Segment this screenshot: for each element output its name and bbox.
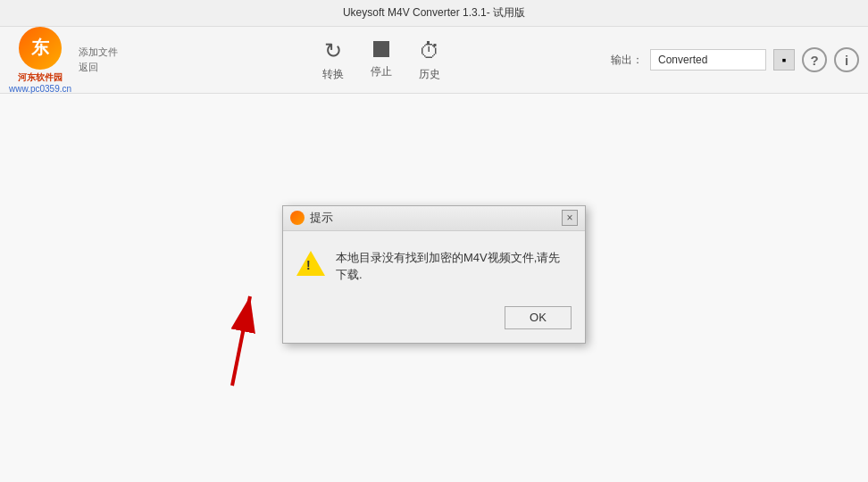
info-button[interactable]: i — [834, 47, 859, 72]
warning-icon — [296, 251, 325, 279]
output-label: 输出： — [611, 53, 643, 68]
dialog-body: 本地目录没有找到加密的M4V视频文件,请先下载. — [283, 231, 585, 302]
output-path-input[interactable] — [650, 49, 766, 71]
folder-browse-button[interactable]: ▪ — [773, 49, 795, 71]
add-file-nav[interactable]: 添加文件 — [79, 46, 118, 59]
main-content: 提示 × 本地目录没有找到加密的M4V视频文件,请先下载. OK — [0, 94, 868, 482]
history-icon: ⏱ — [419, 38, 440, 63]
dialog-title: 提示 — [310, 210, 333, 226]
help-button[interactable]: ? — [802, 47, 827, 72]
info-icon: i — [845, 53, 848, 68]
watermark-url: www.pc0359.cn — [9, 84, 71, 94]
app-title: Ukeysoft M4V Converter 1.3.1- 试用版 — [343, 5, 525, 21]
ok-button[interactable]: OK — [505, 306, 572, 329]
browse-nav[interactable]: 返回 — [79, 61, 118, 74]
alert-dialog: 提示 × 本地目录没有找到加密的M4V视频文件,请先下载. OK — [282, 205, 586, 344]
toolbar-right: 输出： ▪ ? i — [611, 47, 859, 72]
watermark-site: 河东软件园 — [18, 71, 63, 84]
dialog-footer: OK — [283, 302, 585, 343]
convert-button[interactable]: ↻ 转换 — [322, 38, 344, 82]
convert-label: 转换 — [322, 67, 344, 82]
convert-icon: ↻ — [324, 38, 342, 63]
stop-icon — [373, 41, 389, 57]
toolbar: 东 河东软件园 www.pc0359.cn 添加文件 返回 ↻ 转换 停止 ⏱ … — [0, 27, 868, 94]
toolbar-buttons: ↻ 转换 停止 ⏱ 历史 — [152, 38, 611, 82]
dialog-close-button[interactable]: × — [562, 210, 578, 226]
folder-icon: ▪ — [782, 53, 787, 67]
dialog-overlay: 提示 × 本地目录没有找到加密的M4V视频文件,请先下载. OK — [0, 94, 868, 482]
stop-label: 停止 — [371, 64, 392, 79]
logo-area: 东 河东软件园 www.pc0359.cn 添加文件 返回 — [9, 27, 152, 94]
dialog-titlebar: 提示 × — [283, 206, 585, 231]
red-arrow-indicator — [179, 278, 286, 395]
dialog-title-left: 提示 — [290, 210, 333, 226]
dialog-message: 本地目录没有找到加密的M4V视频文件,请先下载. — [336, 249, 572, 284]
dialog-app-icon — [290, 211, 305, 225]
stop-button[interactable]: 停止 — [371, 41, 392, 79]
help-icon: ? — [810, 53, 818, 68]
history-label: 历史 — [419, 67, 440, 82]
close-icon: × — [566, 212, 572, 224]
title-bar: Ukeysoft M4V Converter 1.3.1- 试用版 — [0, 0, 868, 27]
svg-line-1 — [232, 296, 250, 386]
history-button[interactable]: ⏱ 历史 — [419, 38, 440, 82]
